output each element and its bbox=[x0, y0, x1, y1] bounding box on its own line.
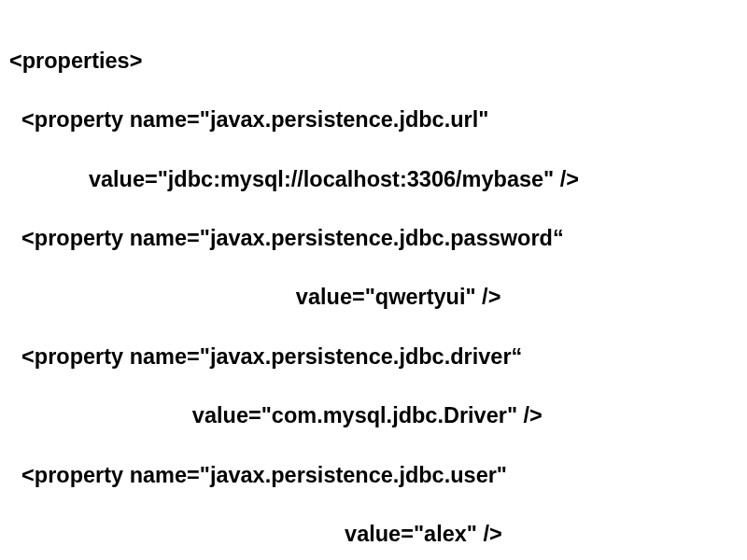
xml-code-block: <properties> <property name="javax.persi… bbox=[0, 0, 747, 560]
code-line: <property name="javax.persistence.jdbc.d… bbox=[9, 343, 738, 372]
code-line: value="jdbc:mysql://localhost:3306/mybas… bbox=[9, 165, 738, 195]
code-line: <properties> bbox=[9, 47, 738, 77]
code-line: value="qwertyui" /> bbox=[9, 283, 738, 313]
code-line: <property name="javax.persistence.jdbc.u… bbox=[9, 461, 738, 491]
code-line: value="alex" /> bbox=[9, 520, 738, 550]
code-line: <property name="javax.persistence.jdbc.u… bbox=[9, 105, 738, 135]
code-line: <property name="javax.persistence.jdbc.p… bbox=[9, 224, 738, 254]
code-line: value="com.mysql.jdbc.Driver" /> bbox=[9, 401, 738, 431]
